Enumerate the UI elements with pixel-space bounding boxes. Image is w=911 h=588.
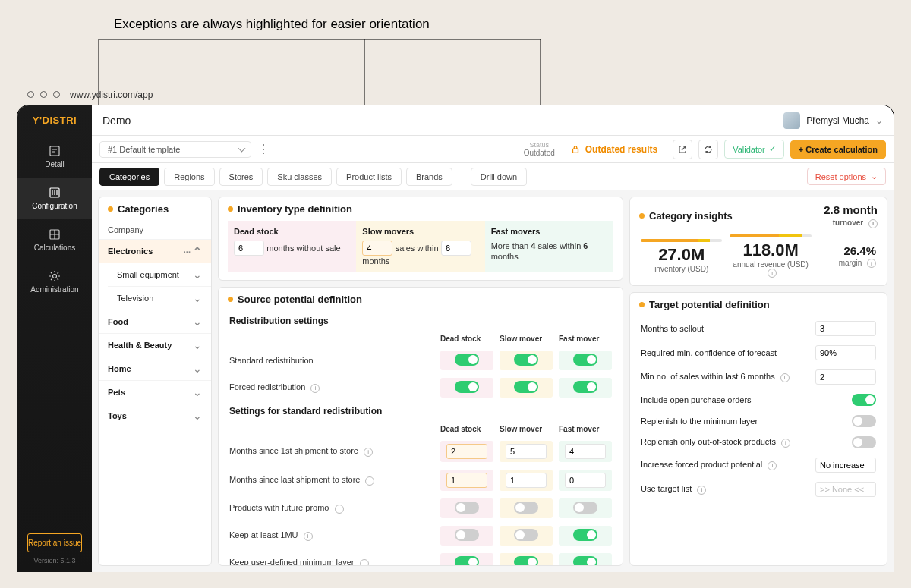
toggle-fm[interactable] [573, 529, 597, 541]
target-input[interactable] [815, 369, 876, 385]
target-input[interactable] [815, 482, 876, 497]
nav-detail[interactable]: Detail [17, 136, 92, 178]
outdated-warning: Outdated results [561, 144, 667, 155]
tree-item-small-equipment[interactable]: Small equipment⌄ [108, 263, 211, 286]
tab-product-lists[interactable]: Product lists [336, 168, 402, 186]
toggle-sm[interactable] [514, 502, 538, 514]
open-external-button[interactable] [673, 140, 692, 159]
category-tree: Company Electronics ··· ⌃ Small equipmen… [99, 221, 211, 427]
setting-row: Keep user-defined minimum layer i [219, 549, 623, 566]
input-sm[interactable] [506, 473, 547, 488]
toggle-fm[interactable] [573, 502, 597, 514]
title-bar: Demo Přemysl Mucha ⌄ [92, 105, 894, 136]
info-icon[interactable]: i [780, 373, 790, 382]
target-input[interactable] [815, 345, 876, 360]
tree-item-health-beauty[interactable]: Health & Beauty⌄ [99, 333, 211, 357]
toggle-fm[interactable] [573, 556, 597, 566]
nav-calculations[interactable]: Calculations [17, 219, 92, 261]
info-icon[interactable]: i [697, 486, 706, 495]
toggle-sm[interactable] [514, 381, 538, 393]
toggle-sm[interactable] [514, 529, 538, 541]
info-icon[interactable]: i [360, 559, 369, 566]
target-row: Required min. confidence of forecast [630, 341, 887, 365]
tree-item-toys[interactable]: Toys⌄ [99, 404, 211, 427]
setting-row: Months since 1st shipment to store i [219, 437, 623, 466]
tab-categories[interactable]: Categories [99, 168, 159, 186]
svg-rect-7 [50, 146, 59, 156]
tree-item-pets[interactable]: Pets⌄ [99, 380, 211, 404]
slow-movers-months-input[interactable] [441, 241, 471, 256]
setting-label: Standard redistribution [229, 356, 434, 365]
categories-panel: Categories Company Electronics ··· ⌃ Sma… [98, 197, 212, 566]
nav-administration[interactable]: Administration [17, 261, 92, 303]
refresh-button[interactable] [698, 140, 718, 159]
target-row: Increase forced product potential i [630, 453, 887, 477]
right-column: Category insights 2.8 monthturnover i 27… [629, 197, 887, 566]
version-label: Version: 5.1.3 [33, 557, 75, 564]
toggle-fm[interactable] [573, 381, 597, 393]
company-label: Company [99, 221, 211, 239]
toggle-ds[interactable] [455, 381, 479, 393]
tree-item-electronics[interactable]: Electronics ··· ⌃ [99, 239, 211, 263]
toggle-fm[interactable] [573, 354, 597, 366]
chevron-down-icon: ⌄ [193, 316, 202, 328]
tree-item-television[interactable]: Television⌄ [108, 286, 211, 310]
input-ds[interactable] [446, 473, 487, 488]
toggle-ds[interactable] [455, 529, 479, 541]
report-issue-button[interactable]: Report an issue [27, 533, 82, 552]
input-sm[interactable] [506, 444, 547, 459]
tab-sku-classes[interactable]: Sku classes [267, 168, 332, 186]
tab-stores[interactable]: Stores [219, 168, 263, 186]
chevron-down-icon: ⌄ [193, 363, 202, 375]
tab-drill-down[interactable]: Drill down [471, 168, 527, 186]
toggle-ds[interactable] [455, 556, 479, 566]
target-toggle[interactable] [852, 415, 876, 427]
setting-label: Keep at least 1MU i [229, 530, 434, 541]
nav-configuration[interactable]: Configuration [17, 178, 92, 219]
toggle-sm[interactable] [514, 354, 538, 366]
input-ds[interactable] [446, 444, 487, 459]
kebab-menu[interactable]: ⋮ [257, 145, 270, 154]
target-row: Min no. of sales within last 6 months i [630, 365, 887, 389]
target-input[interactable] [815, 458, 876, 473]
browser-window-dots [27, 91, 60, 98]
tree-item-home[interactable]: Home⌄ [99, 357, 211, 380]
target-input[interactable] [815, 321, 876, 336]
info-icon[interactable]: i [365, 476, 374, 486]
info-icon[interactable]: i [768, 269, 777, 278]
slow-movers-sales-input[interactable] [362, 241, 392, 256]
info-icon[interactable]: i [868, 219, 878, 228]
revenue-kpi: 118.0M annual revenue (USD) i [730, 241, 811, 278]
info-icon[interactable]: i [867, 259, 876, 268]
setting-label: Forced redistribution i [229, 382, 434, 393]
target-toggle[interactable] [852, 436, 876, 448]
setting-label: Keep user-defined minimum layer i [229, 558, 434, 566]
toggle-ds[interactable] [455, 354, 479, 366]
reset-options-button[interactable]: Reset options ⌄ [807, 168, 886, 185]
svg-rect-11 [572, 149, 578, 153]
info-icon[interactable]: i [781, 439, 790, 448]
target-label: Replenish only out-of-stock products i [641, 437, 790, 448]
input-fm[interactable] [565, 444, 606, 459]
template-select[interactable]: #1 Default template [99, 141, 251, 158]
validator-button[interactable]: Validator ✓ [724, 140, 784, 159]
brand-logo: Y'DISTRI [33, 105, 77, 136]
tree-item-food[interactable]: Food⌄ [99, 310, 211, 333]
info-icon[interactable]: i [335, 505, 344, 514]
user-menu[interactable]: Přemysl Mucha ⌄ [783, 112, 883, 129]
source-potential-panel: Source potential definition Redistributi… [218, 287, 623, 566]
input-fm[interactable] [565, 473, 606, 488]
create-calculation-button[interactable]: + Create calculation [790, 140, 886, 159]
info-icon[interactable]: i [364, 448, 373, 457]
target-label: Use target list i [641, 484, 706, 495]
info-icon[interactable]: i [304, 532, 313, 541]
setting-row: Products with future promo i [219, 495, 623, 522]
tab-regions[interactable]: Regions [164, 168, 214, 186]
tab-brands[interactable]: Brands [406, 168, 452, 186]
dead-stock-months-input[interactable] [234, 241, 264, 256]
info-icon[interactable]: i [768, 461, 777, 470]
info-icon[interactable]: i [310, 384, 320, 393]
toggle-sm[interactable] [514, 556, 538, 566]
toggle-ds[interactable] [455, 502, 479, 514]
target-toggle[interactable] [852, 394, 876, 406]
